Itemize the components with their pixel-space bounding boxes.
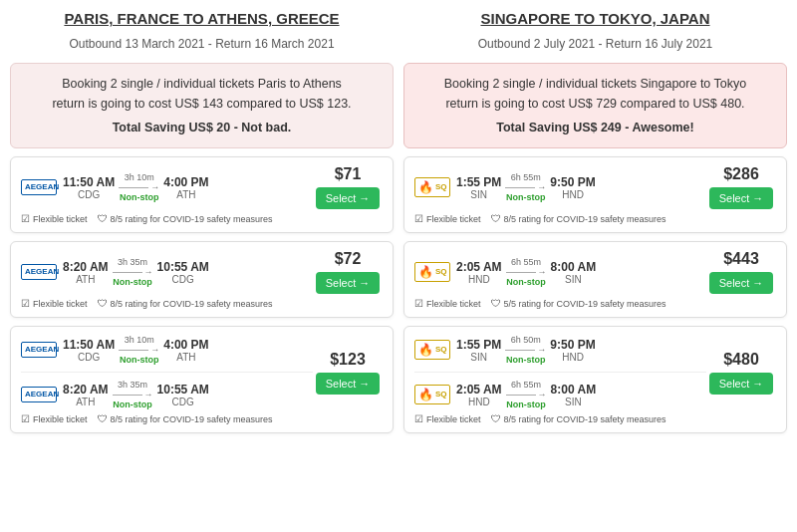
- left-card2-arr-airport: CDG: [172, 274, 194, 285]
- left-comb-dep1-time: 11:50 AM: [63, 338, 115, 352]
- right-card1-select-btn[interactable]: Select →: [709, 187, 774, 209]
- right-comb-nonstop1: Non-stop: [506, 355, 546, 365]
- left-comb-nonstop2: Non-stop: [113, 399, 152, 409]
- right-comb-dur2: 6h 55m → Non-stop: [506, 380, 547, 409]
- right-card1-airline: 🔥 SQ: [414, 177, 450, 197]
- right-card2-info: 🔥 SQ 2:05 AM HND 6h 55m: [414, 257, 706, 287]
- right-card2-safety: 🛡 5/5 rating for COVID-19 safety measure…: [491, 298, 666, 309]
- right-comb-dep1-time: 1:55 PM: [456, 338, 501, 352]
- flexible-icon-rc: ☑: [414, 413, 423, 424]
- left-card1-footer: ☑ Flexible ticket 🛡 8/5 rating for COVID…: [21, 213, 383, 224]
- left-card1-dep: 11:50 AM CDG: [63, 175, 115, 200]
- right-card1-flexible: ☑ Flexible ticket: [414, 213, 481, 224]
- right-card-1: 🔥 SQ 1:55 PM SIN 6h 55m: [403, 156, 787, 233]
- left-comb-arrow2: →: [113, 390, 153, 399]
- left-card1-arr-time: 4:00 PM: [163, 175, 208, 189]
- left-combined-price: $123: [330, 351, 366, 369]
- right-comb-dur1: 6h 50m → Non-stop: [505, 335, 546, 365]
- right-combined-select-btn[interactable]: Select →: [709, 373, 774, 395]
- right-info-line2: return is going to cost US$ 729 compared…: [416, 94, 774, 114]
- left-card2-safety-label: 8/5 rating for COVID-19 safety measures: [111, 299, 273, 309]
- left-combined-airline2: AEGEAN: [21, 387, 57, 402]
- right-card2-price: $443: [723, 250, 759, 268]
- right-combined-airline1: 🔥 SQ: [414, 340, 450, 360]
- right-comb-arr1-airport: HND: [562, 352, 584, 363]
- left-combined-times2: 8:20 AM ATH 3h 35m → Non-stop: [63, 380, 209, 409]
- left-card2-select-btn[interactable]: Select →: [316, 272, 381, 294]
- left-comb-dep2: 8:20 AM ATH: [63, 383, 109, 407]
- right-card2-airline: 🔥 SQ: [414, 262, 450, 282]
- right-card2-select-btn[interactable]: Select →: [709, 272, 774, 294]
- left-comb-dep1: 11:50 AM CDG: [63, 338, 115, 363]
- left-comb-nonstop1: Non-stop: [120, 355, 159, 365]
- left-combined-flights: AEGEAN 11:50 AM CDG 3h 10m →: [21, 335, 313, 409]
- shield-icon-r2: 🛡: [491, 298, 501, 309]
- right-card2-duration-block: 6h 55m → Non-stop: [506, 257, 547, 287]
- shield-icon-r1: 🛡: [491, 213, 501, 224]
- left-comb-arrow1: →: [119, 345, 159, 355]
- right-card-2: 🔥 SQ 2:05 AM HND 6h 55m: [403, 241, 787, 318]
- right-comb-dep1: 1:55 PM SIN: [456, 338, 501, 363]
- right-comb-arrow2: →: [506, 390, 547, 399]
- right-card1-duration: 6h 55m: [511, 172, 541, 182]
- left-card1-dep-airport: CDG: [78, 189, 100, 200]
- right-comb-arr2: 8:00 AM SIN: [551, 383, 597, 407]
- right-card1-flexible-label: Flexible ticket: [426, 214, 481, 224]
- right-combined-price: $480: [723, 351, 759, 369]
- left-card1-info: AEGEAN 11:50 AM CDG 3h 10m →: [21, 172, 313, 202]
- left-combined-times1: 11:50 AM CDG 3h 10m → Non-stop: [63, 335, 209, 365]
- right-comb-arr1-time: 9:50 PM: [550, 338, 595, 352]
- left-comb-dur2: 3h 35m → Non-stop: [113, 380, 153, 409]
- right-combined-price-select: $480 Select →: [706, 351, 776, 395]
- left-route-title: PARIS, FRANCE TO ATHENS, GREECE: [10, 10, 394, 27]
- right-card1-arr-time: 9:50 PM: [550, 175, 595, 189]
- right-comb-nonstop2: Non-stop: [506, 399, 546, 409]
- right-dates: Outbound 2 July 2021 - Return 16 July 20…: [403, 37, 787, 51]
- right-card2-safety-label: 5/5 rating for COVID-19 safety measures: [504, 299, 666, 309]
- left-card1-arrow: →: [119, 182, 159, 192]
- right-card2-dep-time: 2:05 AM: [456, 260, 502, 274]
- right-card1-price-select: $286 Select →: [706, 165, 776, 209]
- left-card1-arr: 4:00 PM ATH: [163, 175, 208, 200]
- right-comb-safety-label: 8/5 rating for COVID-19 safety measures: [504, 414, 666, 424]
- left-combined-card: AEGEAN 11:50 AM CDG 3h 10m →: [10, 326, 394, 433]
- right-combined-times1: 1:55 PM SIN 6h 50m → Non-stop: [456, 335, 596, 365]
- left-card-2: AEGEAN 8:20 AM ATH 3h 35m →: [10, 241, 394, 318]
- left-comb-dur1: 3h 10m → Non-stop: [119, 335, 159, 365]
- left-card-1: AEGEAN 11:50 AM CDG 3h 10m →: [10, 156, 394, 233]
- left-card2-duration-block: 3h 35m → Non-stop: [113, 257, 153, 287]
- left-card1-arr-airport: ATH: [176, 189, 195, 200]
- right-card2-arr: 8:00 AM SIN: [551, 260, 597, 285]
- left-card1-select-btn[interactable]: Select →: [316, 187, 381, 209]
- right-combined-footer: ☑ Flexible ticket 🛡 8/5 rating for COVID…: [414, 413, 776, 424]
- right-comb-dep2-airport: HND: [468, 397, 490, 407]
- right-card2-flexible-label: Flexible ticket: [426, 299, 481, 309]
- left-card2-dep-time: 8:20 AM: [63, 260, 109, 274]
- shield-icon-2: 🛡: [98, 298, 108, 309]
- left-card2-duration: 3h 35m: [118, 257, 147, 267]
- left-comb-safety-label: 8/5 rating for COVID-19 safety measures: [111, 414, 273, 424]
- left-card1-safety-label: 8/5 rating for COVID-19 safety measures: [111, 214, 273, 224]
- left-card2-price: $72: [335, 250, 362, 268]
- right-card1-duration-block: 6h 55m → Non-stop: [505, 172, 546, 202]
- left-card2-safety: 🛡 8/5 rating for COVID-19 safety measure…: [98, 298, 273, 309]
- left-combined-footer: ☑ Flexible ticket 🛡 8/5 rating for COVID…: [21, 413, 383, 424]
- left-card2-nonstop: Non-stop: [113, 277, 152, 287]
- left-card1-airline: AEGEAN: [21, 179, 57, 195]
- left-card1-times: 11:50 AM CDG 3h 10m → Non-stop: [63, 172, 209, 202]
- left-comb-dep2-time: 8:20 AM: [63, 383, 109, 397]
- right-comb-arr2-time: 8:00 AM: [551, 383, 597, 397]
- left-card1-duration: 3h 10m: [125, 172, 154, 182]
- flexible-icon-r1: ☑: [414, 213, 423, 224]
- left-comb-arr1: 4:00 PM ATH: [163, 338, 208, 363]
- shield-icon-rc: 🛡: [491, 413, 501, 424]
- flame-icon-3: 🔥: [418, 343, 433, 357]
- flame-icon-4: 🔥: [418, 388, 433, 401]
- right-card1-nonstop: Non-stop: [506, 192, 546, 202]
- left-comb-safety: 🛡 8/5 rating for COVID-19 safety measure…: [98, 413, 273, 424]
- right-comb-flexible: ☑ Flexible ticket: [414, 413, 481, 424]
- left-comb-flexible-label: Flexible ticket: [33, 414, 88, 424]
- left-combined-select-btn[interactable]: Select →: [316, 373, 381, 395]
- right-combined-seg2: 🔥 SQ 2:05 AM HND 6h 55m: [414, 380, 706, 409]
- right-card2-segment: 🔥 SQ 2:05 AM HND 6h 55m: [414, 257, 706, 287]
